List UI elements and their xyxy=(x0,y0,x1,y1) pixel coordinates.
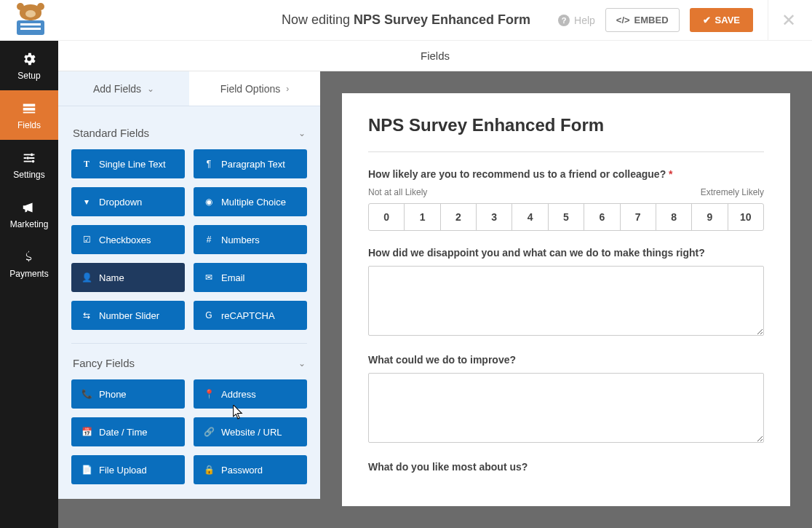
chevron-right-icon: › xyxy=(286,84,289,94)
dollar-icon xyxy=(21,249,37,265)
code-icon: </> xyxy=(616,15,630,25)
question-label: What do you like most about us? xyxy=(368,461,764,473)
link-icon: 🔗 xyxy=(204,427,214,437)
field-number-slider[interactable]: ⇆Number Slider xyxy=(71,301,185,330)
editing-title: Now editing NPS Survey Enhanced Form xyxy=(282,12,530,28)
scale-option-9[interactable]: 9 xyxy=(692,204,728,230)
field-date-time[interactable]: 📅Date / Time xyxy=(71,417,185,446)
form-title: NPS Survey Enhanced Form xyxy=(368,115,764,152)
chevron-down-icon: ⌄ xyxy=(147,84,154,94)
scale-option-8[interactable]: 8 xyxy=(656,204,692,230)
field-address[interactable]: 📍Address xyxy=(194,379,307,409)
svg-point-5 xyxy=(32,159,35,162)
chevron-down-icon: ⌄ xyxy=(298,358,306,369)
text-icon: 𝐓 xyxy=(81,159,92,169)
scale-option-6[interactable]: 6 xyxy=(584,204,620,230)
mail-icon: ✉ xyxy=(204,272,214,283)
chevron-down-icon: ⌄ xyxy=(298,128,306,138)
radio-icon: ◉ xyxy=(204,197,214,207)
field-email[interactable]: ✉Email xyxy=(194,263,307,292)
scale-option-5[interactable]: 5 xyxy=(549,204,584,230)
rail-label: Marketing xyxy=(10,219,49,229)
rail-label: Payments xyxy=(9,269,48,279)
field-phone[interactable]: 📞Phone xyxy=(71,379,185,409)
close-button[interactable]: ✕ xyxy=(768,0,799,41)
app-logo xyxy=(13,3,48,38)
rail-setup[interactable]: Setup xyxy=(0,41,58,90)
field-dropdown[interactable]: ▾Dropdown xyxy=(71,187,185,216)
section-standard-fields[interactable]: Standard Fields ⌄ xyxy=(71,114,307,149)
field-numbers[interactable]: #Numbers xyxy=(194,225,307,254)
left-rail: Setup Fields Settings Marketing Payments xyxy=(0,41,58,528)
scale-option-7[interactable]: 7 xyxy=(621,204,656,230)
file-icon: 📄 xyxy=(81,465,92,475)
rail-fields[interactable]: Fields xyxy=(0,90,58,140)
field-recaptcha[interactable]: GreCAPTCHA xyxy=(194,301,307,330)
canvas-tab-label: Fields xyxy=(58,41,812,71)
dropdown-icon: ▾ xyxy=(81,197,92,207)
field-paragraph-text[interactable]: ¶Paragraph Text xyxy=(194,149,307,178)
rail-settings[interactable]: Settings xyxy=(0,140,58,189)
rail-label: Settings xyxy=(13,170,44,180)
rail-label: Fields xyxy=(17,120,41,130)
rail-payments[interactable]: Payments xyxy=(0,239,58,288)
pin-icon: 📍 xyxy=(204,389,214,399)
field-password[interactable]: 🔒Password xyxy=(194,455,307,484)
slider-icon: ⇆ xyxy=(81,310,92,320)
calendar-icon: 📅 xyxy=(81,427,92,437)
hash-icon: # xyxy=(204,235,214,245)
tab-add-fields[interactable]: Add Fields ⌄ xyxy=(58,71,189,106)
checkbox-icon: ☑ xyxy=(81,235,92,245)
svg-point-4 xyxy=(26,157,29,159)
scale-high-label: Extremely Likely xyxy=(701,187,764,197)
gear-icon xyxy=(21,51,37,67)
embed-button[interactable]: </> EMBED xyxy=(605,8,680,32)
form-icon xyxy=(21,101,37,117)
field-checkboxes[interactable]: ☑Checkboxes xyxy=(71,225,185,254)
help-link[interactable]: ? Help xyxy=(558,15,595,26)
svg-rect-2 xyxy=(23,111,36,113)
recaptcha-icon: G xyxy=(204,310,214,320)
svg-rect-0 xyxy=(23,103,36,106)
fields-panel[interactable]: Standard Fields ⌄ 𝐓Single Line Text¶Para… xyxy=(58,106,320,499)
svg-point-3 xyxy=(31,153,33,156)
scale-low-label: Not at all Likely xyxy=(368,187,427,197)
scale-option-0[interactable]: 0 xyxy=(369,204,405,230)
field-website-url[interactable]: 🔗Website / URL xyxy=(194,417,307,446)
lock-icon: 🔒 xyxy=(204,465,214,475)
textarea-disappoint[interactable] xyxy=(368,266,764,336)
scale-option-2[interactable]: 2 xyxy=(441,204,477,230)
textarea-improve[interactable] xyxy=(368,373,764,443)
rail-label: Setup xyxy=(17,71,40,81)
svg-rect-1 xyxy=(23,108,36,111)
sliders-icon xyxy=(21,150,37,166)
help-icon: ? xyxy=(558,15,570,26)
nps-scale: 012345678910 xyxy=(368,203,764,231)
scale-option-10[interactable]: 10 xyxy=(728,204,763,230)
tab-field-options[interactable]: Field Options › xyxy=(189,71,320,106)
field-file-upload[interactable]: 📄File Upload xyxy=(71,455,185,484)
rail-marketing[interactable]: Marketing xyxy=(0,189,58,239)
section-fancy-fields[interactable]: Fancy Fields ⌄ xyxy=(71,344,307,379)
scale-option-3[interactable]: 3 xyxy=(477,204,512,230)
save-button[interactable]: ✔ SAVE xyxy=(690,8,753,32)
check-icon: ✔ xyxy=(703,15,711,25)
scale-option-1[interactable]: 1 xyxy=(405,204,440,230)
phone-icon: 📞 xyxy=(81,389,92,399)
paragraph-icon: ¶ xyxy=(204,159,214,169)
scale-option-4[interactable]: 4 xyxy=(512,204,548,230)
question-label: How did we disappoint you and what can w… xyxy=(368,247,764,259)
field-name[interactable]: 👤Name xyxy=(71,263,185,292)
user-icon: 👤 xyxy=(81,272,92,283)
field-single-line-text[interactable]: 𝐓Single Line Text xyxy=(71,149,185,178)
field-multiple-choice[interactable]: ◉Multiple Choice xyxy=(194,187,307,216)
question-label: How likely are you to recommend us to a … xyxy=(368,168,764,180)
form-canvas[interactable]: NPS Survey Enhanced Form How likely are … xyxy=(320,71,812,528)
question-label: What could we do to improve? xyxy=(368,354,764,366)
megaphone-icon xyxy=(21,200,37,216)
